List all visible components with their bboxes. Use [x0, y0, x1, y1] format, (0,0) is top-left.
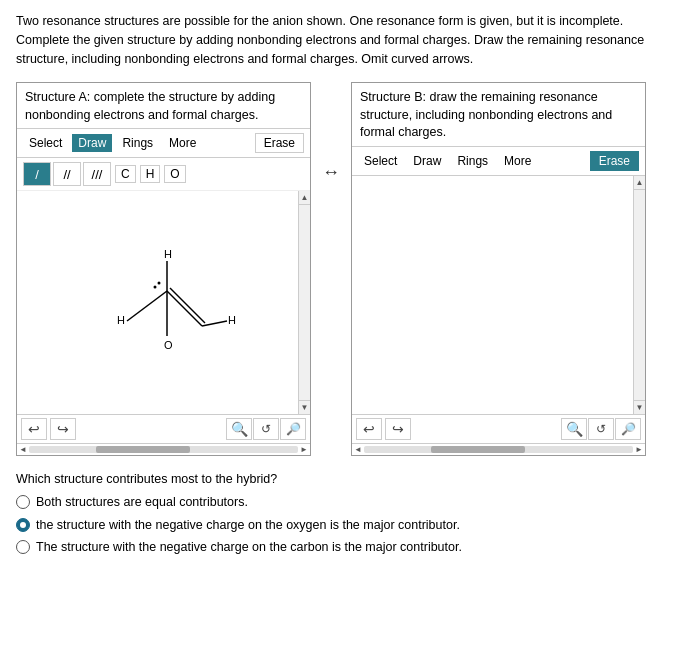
carbon-atom-button[interactable]: C: [115, 165, 136, 183]
radio-circle-3[interactable]: [16, 540, 30, 554]
instructions-text: Two resonance structures are possible fo…: [16, 12, 678, 68]
canvas-a[interactable]: H H H O: [17, 191, 310, 414]
hscroll-left-a[interactable]: ◄: [19, 445, 27, 454]
structure-b-box: Structure B: draw the remaining resonanc…: [351, 82, 646, 456]
structure-b-label: Structure B: draw the remaining resonanc…: [352, 83, 645, 147]
single-bond-button[interactable]: /: [23, 162, 51, 186]
zoom-out-button-a[interactable]: 🔎: [280, 418, 306, 440]
question-main: Which structure contributes most to the …: [16, 472, 678, 486]
svg-text:H: H: [228, 314, 236, 326]
select-button-a[interactable]: Select: [23, 134, 68, 152]
more-button-b[interactable]: More: [498, 152, 537, 170]
toolbar-b: Select Draw Rings More Erase: [352, 147, 645, 176]
toolbar-a: Select Draw Rings More Erase: [17, 129, 310, 158]
radio-label-1: Both structures are equal contributors.: [36, 494, 248, 512]
select-button-b[interactable]: Select: [358, 152, 403, 170]
structure-a-box: Structure A: complete the structure by a…: [16, 82, 311, 456]
undo-button-a[interactable]: ↩: [21, 418, 47, 440]
redo-button-b[interactable]: ↪: [385, 418, 411, 440]
scroll-up-a[interactable]: ▲: [299, 191, 310, 205]
hscrollbar-a[interactable]: ◄ ►: [17, 443, 310, 455]
hscroll-right-b[interactable]: ►: [635, 445, 643, 454]
draw-tools-a: / // /// C H O: [17, 158, 310, 191]
scroll-down-b[interactable]: ▼: [634, 400, 645, 414]
radio-option-3[interactable]: The structure with the negative charge o…: [16, 539, 678, 557]
svg-text:O: O: [164, 339, 173, 351]
hscroll-right-a[interactable]: ►: [300, 445, 308, 454]
hscroll-left-b[interactable]: ◄: [354, 445, 362, 454]
erase-button-a[interactable]: Erase: [255, 133, 304, 153]
hscrollbar-b[interactable]: ◄ ►: [352, 443, 645, 455]
questions-section: Which structure contributes most to the …: [16, 472, 678, 557]
draw-button-b[interactable]: Draw: [407, 152, 447, 170]
scroll-up-b[interactable]: ▲: [634, 176, 645, 190]
hydrogen-atom-button[interactable]: H: [140, 165, 161, 183]
radio-option-1[interactable]: Both structures are equal contributors.: [16, 494, 678, 512]
undo-button-b[interactable]: ↩: [356, 418, 382, 440]
hscroll-thumb-b: [431, 446, 525, 453]
svg-text:H: H: [117, 314, 125, 326]
svg-line-5: [170, 288, 205, 323]
zoom-in-button-b[interactable]: 🔍: [561, 418, 587, 440]
zoom-in-button-a[interactable]: 🔍: [226, 418, 252, 440]
oxygen-atom-button[interactable]: O: [164, 165, 185, 183]
canvas-wrapper-b: ▲ ▼: [352, 176, 645, 414]
more-button-a[interactable]: More: [163, 134, 202, 152]
hscroll-track-b: [364, 446, 633, 453]
scroll-down-a[interactable]: ▼: [299, 400, 310, 414]
zoom-out-button-b[interactable]: 🔎: [615, 418, 641, 440]
redo-button-a[interactable]: ↪: [50, 418, 76, 440]
svg-line-6: [202, 321, 227, 326]
double-bond-button[interactable]: //: [53, 162, 81, 186]
radio-label-3: The structure with the negative charge o…: [36, 539, 462, 557]
zoom-group-b: 🔍 ↺ 🔎: [561, 418, 641, 440]
structures-row: Structure A: complete the structure by a…: [16, 82, 678, 456]
svg-line-2: [127, 291, 167, 321]
radio-circle-2[interactable]: [16, 518, 30, 532]
rings-button-b[interactable]: Rings: [451, 152, 494, 170]
svg-line-4: [167, 291, 202, 326]
zoom-reset-button-a[interactable]: ↺: [253, 418, 279, 440]
hscroll-thumb-a: [96, 446, 190, 453]
zoom-group-a: 🔍 ↺ 🔎: [226, 418, 306, 440]
svg-point-10: [154, 286, 157, 289]
canvas-wrapper-a: H H H O: [17, 191, 310, 414]
radio-circle-1[interactable]: [16, 495, 30, 509]
zoom-reset-button-b[interactable]: ↺: [588, 418, 614, 440]
bottom-controls-b: ↩ ↪ 🔍 ↺ 🔎: [352, 414, 645, 443]
resonance-arrow: ↔: [311, 82, 351, 183]
svg-text:H: H: [164, 248, 172, 260]
hscroll-track-a: [29, 446, 298, 453]
erase-button-b[interactable]: Erase: [590, 151, 639, 171]
structure-a-label: Structure A: complete the structure by a…: [17, 83, 310, 129]
draw-button-a[interactable]: Draw: [72, 134, 112, 152]
triple-bond-button[interactable]: ///: [83, 162, 111, 186]
radio-option-2[interactable]: the structure with the negative charge o…: [16, 517, 678, 535]
scrollbar-v-b[interactable]: ▲ ▼: [633, 176, 645, 414]
canvas-b[interactable]: ▲ ▼: [352, 176, 645, 414]
svg-point-11: [158, 282, 161, 285]
rings-button-a[interactable]: Rings: [116, 134, 159, 152]
bottom-controls-a: ↩ ↪ 🔍 ↺ 🔎: [17, 414, 310, 443]
scrollbar-v-a[interactable]: ▲ ▼: [298, 191, 310, 414]
radio-label-2: the structure with the negative charge o…: [36, 517, 460, 535]
